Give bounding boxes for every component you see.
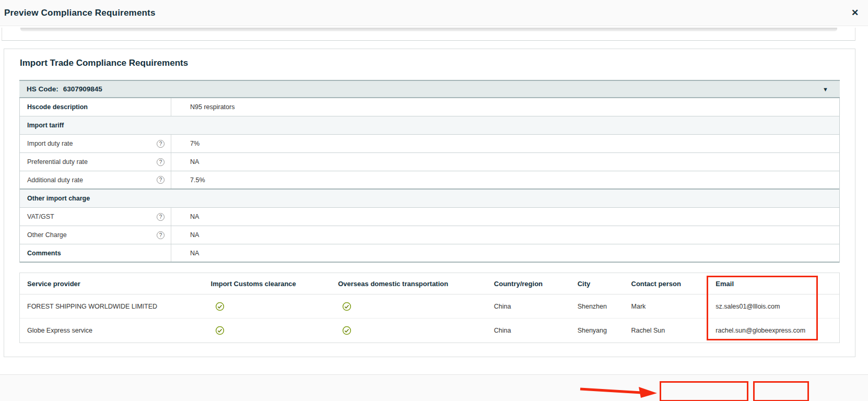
row-value: NA — [171, 244, 839, 262]
row-value: 7.5% — [171, 171, 839, 188]
row-value: NA — [171, 208, 839, 226]
table-row: Import duty rate ? 7% — [20, 135, 839, 153]
hs-code-label: HS Code: — [27, 85, 58, 93]
section-label: Import tariff — [27, 122, 64, 129]
provider-row: FOREST SHIPPING WORLDWIDE LIMITEDChinaSh… — [20, 294, 839, 319]
cell-city: Shenzhen — [570, 303, 624, 310]
provider-header-row: Service providerImport Customs clearance… — [20, 273, 839, 294]
column-header: Import Customs clearance — [204, 280, 331, 288]
check-circle-icon — [215, 326, 225, 335]
help-icon[interactable]: ? — [157, 231, 165, 239]
service-provider-table: Service providerImport Customs clearance… — [19, 273, 840, 343]
table-row: Additional duty rate ? 7.5% — [20, 171, 839, 190]
hs-code-panel: HS Code: 6307909845 ▼ Hscode description… — [19, 80, 840, 263]
column-header: Contact person — [624, 280, 709, 288]
cell-city: Shenyang — [570, 327, 624, 334]
row-label: Hscode description — [27, 103, 88, 111]
column-header: Country/region — [487, 280, 570, 288]
row-value: NA — [171, 153, 839, 171]
table-row: Comments NA — [20, 244, 839, 263]
cell-import-customs-clearance — [204, 326, 331, 335]
hs-detail-table: Hscode description N95 respirators Impor… — [19, 98, 840, 263]
cell-overseas-domestic-transportation — [331, 302, 487, 311]
provider-row: Globe Express serviceChinaShenyangRachel… — [20, 319, 839, 343]
modal-header: Preview Compliance Requirements ✕ — [0, 0, 868, 26]
row-value: N95 respirators — [171, 98, 839, 116]
column-header: Service provider — [20, 280, 204, 288]
cell-overseas-domestic-transportation — [331, 326, 487, 335]
close-icon: ✕ — [851, 7, 859, 18]
cell-email: sz.sales01@lllois.com — [708, 303, 839, 310]
table-row: VAT/GST ? NA — [20, 208, 839, 226]
section-label: Other import charge — [27, 195, 90, 202]
provider-body: FOREST SHIPPING WORLDWIDE LIMITEDChinaSh… — [20, 294, 839, 343]
cell-contact-person: Mark — [624, 303, 709, 310]
row-label: Comments — [27, 250, 61, 257]
table-section-row: Other import charge — [20, 190, 839, 208]
check-circle-icon — [342, 302, 351, 311]
footer-bar: PDF Download PDF Print Cancel — [0, 374, 868, 401]
hs-code-value: 6307909845 — [63, 85, 102, 93]
table-section-row: Import tariff — [20, 116, 839, 135]
cell-import-customs-clearance — [204, 302, 331, 311]
cell-email: rachel.sun@globeexpress.com — [708, 327, 839, 334]
help-icon[interactable]: ? — [157, 140, 165, 148]
help-icon[interactable]: ? — [157, 158, 165, 166]
panel-shadow-strip — [20, 28, 837, 31]
table-row: Preferential duty rate ? NA — [20, 153, 839, 171]
column-header: City — [570, 280, 624, 288]
help-icon[interactable]: ? — [157, 176, 165, 184]
row-label: Other Charge — [27, 231, 67, 239]
cell-country-region: China — [487, 303, 570, 310]
card-title: Import Trade Compliance Requirements — [20, 58, 188, 68]
row-label: Preferential duty rate — [27, 158, 88, 166]
cell-contact-person: Rachel Sun — [624, 327, 709, 334]
table-row: Other Charge ? NA — [20, 226, 839, 244]
check-circle-icon — [342, 326, 351, 335]
help-icon[interactable]: ? — [157, 213, 165, 221]
cell-country-region: China — [487, 327, 570, 334]
row-label: Import duty rate — [27, 140, 73, 147]
chevron-down-icon[interactable]: ▼ — [823, 86, 832, 92]
row-value: 7% — [171, 135, 839, 152]
row-value: NA — [171, 226, 839, 244]
table-row: Hscode description N95 respirators — [20, 98, 839, 116]
cell-service-provider: Globe Express service — [20, 327, 204, 334]
column-header: Overseas domestic transportation — [331, 280, 487, 288]
close-button[interactable]: ✕ — [847, 5, 863, 20]
row-label: VAT/GST — [27, 213, 54, 220]
import-compliance-card: Import Trade Compliance Requirements HS … — [4, 49, 855, 357]
row-label: Additional duty rate — [27, 176, 83, 184]
check-circle-icon — [215, 302, 225, 311]
column-header: Email — [708, 280, 839, 288]
previous-panel-partial — [2, 28, 855, 41]
cell-service-provider: FOREST SHIPPING WORLDWIDE LIMITED — [20, 303, 204, 310]
hs-code-accordion-header[interactable]: HS Code: 6307909845 ▼ — [19, 80, 840, 98]
modal-title: Preview Compliance Requirements — [0, 8, 156, 18]
